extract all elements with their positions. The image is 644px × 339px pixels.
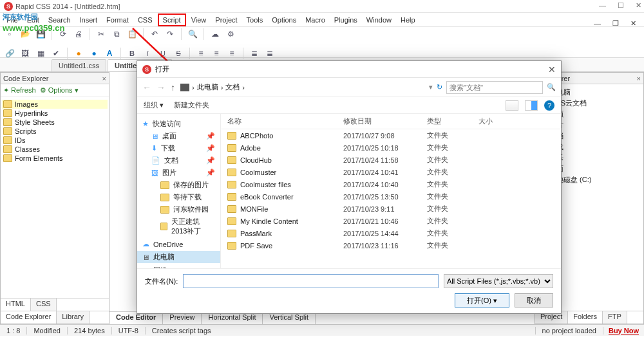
tab-untitled1[interactable]: Untitled1.css (52, 59, 106, 71)
validator-icon[interactable]: ✔ (50, 48, 62, 59)
cloud-icon[interactable]: ☁ (209, 28, 221, 40)
menu-project[interactable]: Project (211, 15, 241, 25)
menu-help[interactable]: Help (397, 15, 419, 25)
mdi-restore-icon[interactable]: ❐ (609, 18, 623, 29)
tab-html[interactable]: HTML (1, 298, 31, 311)
tab-library[interactable]: Library (57, 311, 90, 324)
mdi-close-icon[interactable]: ✕ (627, 18, 640, 29)
panel-close-icon[interactable]: × (102, 75, 106, 82)
open-icon[interactable]: 📂 (19, 28, 31, 40)
maximize-icon[interactable]: ☐ (618, 1, 624, 10)
color-icon[interactable]: ● (73, 48, 84, 59)
underline-icon[interactable]: U (157, 48, 169, 59)
breadcrumb[interactable]: › 此电脑 › 文档 › (180, 82, 245, 92)
align-left-icon[interactable]: ≡ (195, 48, 207, 59)
link-icon[interactable]: 🔗 (4, 48, 15, 59)
redo-icon[interactable]: ↷ (164, 28, 176, 40)
mdi-minimize-icon[interactable]: — (590, 18, 605, 29)
file-row[interactable]: Coolmuster2017/10/24 10:41文件夹 (221, 166, 561, 178)
menu-css[interactable]: CSS (134, 15, 156, 25)
tab-code-explorer[interactable]: Code Explorer (1, 311, 57, 324)
menu-plugins[interactable]: Plugins (330, 15, 361, 25)
side-downloads[interactable]: ⬇下载📌 (137, 142, 220, 154)
col-type[interactable]: 类型 (427, 116, 478, 126)
bold-icon[interactable]: B (126, 48, 138, 59)
back-icon[interactable]: ← (142, 82, 151, 93)
side-thispc[interactable]: 🖥此电脑 (137, 251, 220, 263)
reload-icon[interactable]: ↻ (437, 83, 442, 91)
tree-stylesheets[interactable]: Style Sheets (2, 118, 108, 127)
side-pictures[interactable]: 🖼图片📌 (137, 167, 220, 179)
panel-close-icon[interactable]: × (637, 75, 641, 82)
menu-script[interactable]: Script (158, 14, 186, 26)
menu-file[interactable]: File (3, 15, 22, 25)
menu-format[interactable]: Format (102, 15, 133, 25)
file-row[interactable]: PDF Save2017/10/23 11:16文件夹 (221, 239, 561, 252)
file-row[interactable]: MONFile2017/10/23 9:11文件夹 (221, 203, 561, 215)
menu-insert[interactable]: Insert (76, 15, 102, 25)
side-desktop[interactable]: 🖥桌面📌 (137, 130, 220, 142)
dialog-close-icon[interactable]: ✕ (548, 64, 556, 75)
menu-tools[interactable]: Tools (243, 15, 267, 25)
refresh-icon[interactable]: ⟳ (57, 28, 69, 40)
side-pic3[interactable]: 河东软件园 (137, 203, 220, 215)
minimize-icon[interactable]: — (599, 1, 606, 10)
tab-ftp[interactable]: FTP (603, 311, 627, 324)
settings-icon[interactable]: ⚙ (225, 28, 236, 40)
col-date[interactable]: 修改日期 (343, 116, 427, 126)
file-row[interactable]: eBook Converter2017/10/25 13:50文件夹 (221, 190, 561, 203)
filter-select[interactable]: All Script Files (*.js;*.vbs;*.vb) (444, 274, 553, 288)
side-pic4[interactable]: 天正建筑2013补丁 (137, 215, 220, 237)
align-right-icon[interactable]: ≡ (226, 48, 238, 59)
file-row[interactable]: My Kindle Content2017/10/21 10:46文件夹 (221, 215, 561, 227)
menu-edit[interactable]: Edit (23, 15, 43, 25)
help-icon[interactable]: ? (544, 100, 554, 111)
italic-icon[interactable]: I (142, 48, 153, 59)
view-mode-icon[interactable] (506, 100, 518, 111)
file-row[interactable]: Coolmuster files2017/10/24 10:40文件夹 (221, 178, 561, 190)
col-name[interactable]: 名称 (227, 116, 343, 126)
forward-icon[interactable]: → (156, 82, 166, 93)
file-row[interactable]: Adobe2017/10/25 10:18文件夹 (221, 142, 561, 154)
menu-window[interactable]: Window (363, 15, 395, 25)
quick-access[interactable]: ★快速访问 (137, 118, 220, 130)
side-pic1[interactable]: 保存的图片 (137, 179, 220, 191)
side-pic2[interactable]: 等待下载 (137, 191, 220, 203)
organize-button[interactable]: 组织 ▾ (144, 100, 164, 110)
close-icon[interactable]: ✕ (636, 1, 641, 10)
options-button[interactable]: ⚙ Options ▾ (40, 86, 79, 95)
font-icon[interactable]: A (104, 48, 115, 59)
status-encoding[interactable]: UTF-8 (112, 327, 146, 334)
search-icon[interactable]: 🔍 (547, 83, 556, 91)
find-icon[interactable]: 🔍 (187, 28, 198, 40)
buy-now-link[interactable]: Buy Now (603, 327, 644, 334)
menu-search[interactable]: Search (44, 15, 75, 25)
list-ul-icon[interactable]: ≣ (249, 48, 260, 59)
col-size[interactable]: 大小 (478, 116, 517, 126)
print-icon[interactable]: 🖨 (73, 28, 84, 40)
new-folder-button[interactable]: 新建文件夹 (174, 100, 209, 110)
tree-hyperlinks[interactable]: Hyperlinks (2, 109, 108, 118)
up-icon[interactable]: ↑ (171, 82, 175, 93)
tree-formelements[interactable]: Form Elements (2, 154, 108, 163)
tree-classes[interactable]: Classes (2, 145, 108, 154)
file-row[interactable]: CloudHub2017/10/24 11:58文件夹 (221, 154, 561, 166)
open-button[interactable]: 打开(O) ▾ (455, 293, 509, 307)
file-row[interactable]: ABCPhoto2017/10/27 9:08文件夹 (221, 129, 561, 142)
tab-folders[interactable]: Folders (568, 311, 603, 324)
tree-images[interactable]: Images (2, 100, 108, 109)
cut-icon[interactable]: ✂ (95, 28, 107, 40)
preview-pane-icon[interactable] (525, 100, 538, 111)
tree-ids[interactable]: IDs (2, 136, 108, 145)
menu-options[interactable]: Options (268, 15, 300, 25)
cancel-button[interactable]: 取消 (515, 293, 553, 307)
new-icon[interactable]: ▫ (4, 28, 15, 40)
strike-icon[interactable]: S (173, 48, 184, 59)
side-documents[interactable]: 📄文档📌 (137, 154, 220, 167)
refresh-button[interactable]: ✦ Refresh (3, 86, 36, 95)
save-icon[interactable]: 💾 (35, 28, 46, 40)
paste-icon[interactable]: 📋 (126, 28, 138, 40)
tree-scripts[interactable]: Scripts (2, 127, 108, 136)
menu-macro[interactable]: Macro (301, 15, 329, 25)
search-input[interactable] (446, 81, 543, 94)
